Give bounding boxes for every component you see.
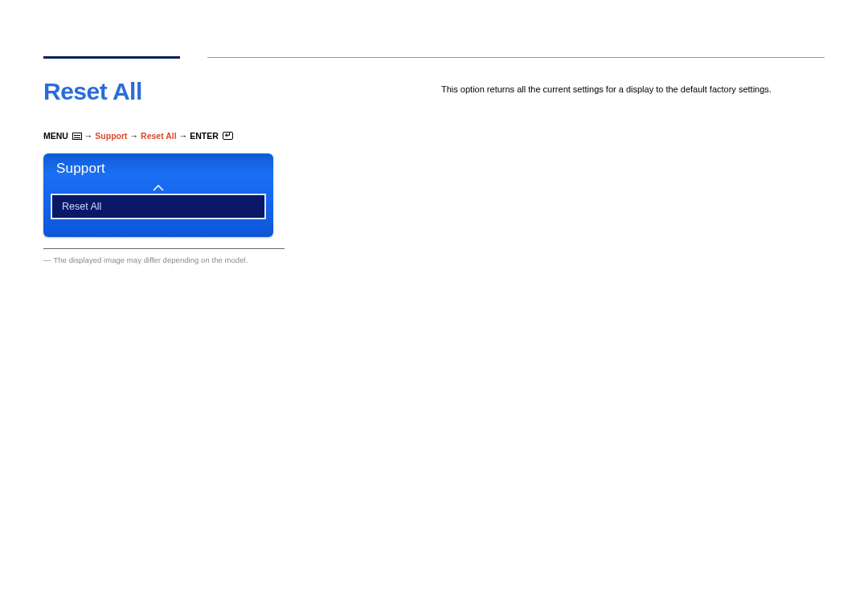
chevron-up-icon[interactable] (43, 180, 273, 192)
breadcrumb-enter-label: ENTER (190, 131, 219, 141)
breadcrumb: MENU → Support → Reset All → ENTER (43, 131, 276, 141)
model-note: ―The displayed image may differ dependin… (43, 255, 276, 264)
osd-panel-title: Support (43, 153, 273, 180)
breadcrumb-menu-label: MENU (43, 131, 68, 141)
osd-menu-item-label: Reset All (62, 201, 101, 212)
arrow-icon: → (84, 131, 93, 141)
description-text: This option returns all the current sett… (441, 83, 825, 96)
arrow-icon: → (130, 131, 139, 141)
enter-icon (223, 132, 233, 140)
note-divider (43, 248, 285, 249)
osd-panel: Support Reset All (43, 153, 273, 237)
osd-menu-item-reset-all[interactable]: Reset All (51, 194, 266, 219)
header-divider (207, 57, 825, 58)
breadcrumb-step-reset-all: Reset All (141, 131, 177, 141)
breadcrumb-step-support: Support (95, 131, 127, 141)
menu-icon (72, 133, 82, 140)
page-title: Reset All (43, 78, 276, 105)
arrow-icon: → (179, 131, 188, 141)
